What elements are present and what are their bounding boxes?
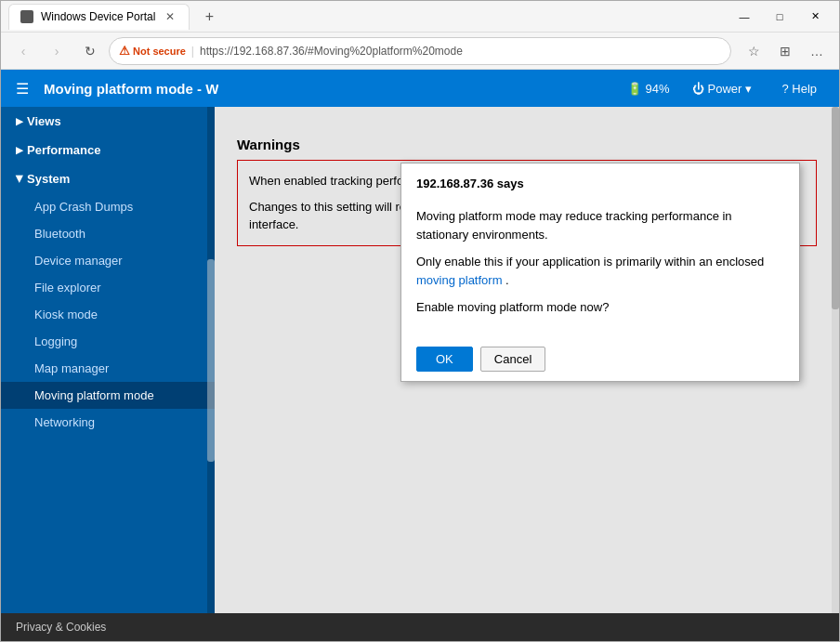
forward-button[interactable]: › xyxy=(42,36,72,66)
sidebar-section-system: ▶ System App Crash Dumps Bluetooth Devic… xyxy=(1,164,215,436)
not-secure-indicator: ⚠ Not secure xyxy=(119,44,186,58)
modal-link[interactable]: moving platform xyxy=(416,273,502,287)
nav-bar: ‹ › ↻ ⚠ Not secure | https://192.168.87.… xyxy=(1,33,839,70)
views-arrow-icon: ▶ xyxy=(16,116,23,126)
sidebar-item-app-crash-dumps[interactable]: App Crash Dumps xyxy=(1,193,215,220)
sidebar-scrollbar-track[interactable] xyxy=(207,107,215,613)
sidebar-scrollbar-thumb[interactable] xyxy=(207,259,215,462)
modal-question: Enable moving platform mode now? xyxy=(416,298,784,317)
battery-indicator: 🔋 94% xyxy=(627,82,670,96)
menu-button[interactable]: … xyxy=(802,36,832,66)
tab-title: Windows Device Portal xyxy=(41,10,155,23)
close-button[interactable]: ✕ xyxy=(798,1,832,33)
battery-level: 94% xyxy=(646,82,670,96)
browser-tab[interactable]: Windows Device Portal ✕ xyxy=(8,4,190,30)
power-dropdown-icon: ▾ xyxy=(745,82,752,96)
help-button[interactable]: ? Help xyxy=(774,78,824,99)
privacy-bar: Privacy & Cookies xyxy=(1,613,839,641)
tab-close-button[interactable]: ✕ xyxy=(163,9,177,24)
sidebar: ▶ Views ▶ Performance ▶ System App Cras xyxy=(1,107,215,613)
address-separator: | xyxy=(191,45,194,58)
page-title: Moving platform mode - W xyxy=(44,81,218,97)
modal-line-2: Only enable this if your application is … xyxy=(416,253,784,289)
collections-button[interactable]: ⊞ xyxy=(770,36,800,66)
app-content: ▶ Views ▶ Performance ▶ System App Cras xyxy=(1,107,839,613)
modal-line-1: Moving platform mode may reduce tracking… xyxy=(416,207,784,243)
sidebar-section-performance: ▶ Performance xyxy=(1,136,215,164)
modal-line2-part1: Only enable this if your application is … xyxy=(416,255,764,269)
nav-actions: ☆ ⊞ … xyxy=(739,36,832,66)
power-label: Power xyxy=(708,82,742,96)
modal-body: Moving platform mode may reduce tracking… xyxy=(401,207,799,337)
app-header: ☰ Moving platform mode - W 🔋 94% ⏻ Power… xyxy=(1,70,839,107)
sidebar-item-file-explorer[interactable]: File explorer xyxy=(1,274,215,301)
minimize-button[interactable]: — xyxy=(728,1,761,33)
sidebar-item-moving-platform-mode[interactable]: Moving platform mode xyxy=(1,382,215,409)
window-controls: — □ ✕ xyxy=(728,1,832,33)
main-content: Warnings When enabled tracking performan… xyxy=(215,107,839,613)
new-tab-button[interactable]: + xyxy=(197,5,221,29)
sidebar-section-views: ▶ Views xyxy=(1,107,215,136)
sidebar-item-kiosk-mode[interactable]: Kiosk mode xyxy=(1,301,215,328)
address-bar[interactable]: ⚠ Not secure | https://192.168.87.36/#Mo… xyxy=(109,37,731,65)
sidebar-item-map-manager[interactable]: Map manager xyxy=(1,355,215,382)
modal-title: 192.168.87.36 says xyxy=(416,177,784,190)
sidebar-item-networking[interactable]: Networking xyxy=(1,409,215,436)
modal-overlay: 192.168.87.36 says Moving platform mode … xyxy=(215,107,839,613)
sidebar-item-logging[interactable]: Logging xyxy=(1,328,215,355)
refresh-button[interactable]: ↻ xyxy=(75,36,105,66)
sidebar-category-system[interactable]: ▶ System xyxy=(1,164,215,193)
back-button[interactable]: ‹ xyxy=(8,36,38,66)
sidebar-category-views[interactable]: ▶ Views xyxy=(1,107,215,136)
header-right: 🔋 94% ⏻ Power ▾ ? Help xyxy=(627,78,824,99)
sidebar-item-device-manager[interactable]: Device manager xyxy=(1,247,215,274)
sidebar-category-performance-label: Performance xyxy=(27,143,100,157)
modal-footer: OK Cancel xyxy=(401,337,799,381)
browser-window: Windows Device Portal ✕ + — □ ✕ ‹ › ↻ ⚠ … xyxy=(0,0,840,642)
url-display: https://192.168.87.36/#Moving%20platform… xyxy=(200,45,463,58)
privacy-cookies-label[interactable]: Privacy & Cookies xyxy=(16,621,106,634)
power-button[interactable]: ⏻ Power ▾ xyxy=(685,78,760,99)
sidebar-category-system-label: System xyxy=(27,172,70,186)
battery-icon: 🔋 xyxy=(627,82,642,96)
system-arrow-icon: ▶ xyxy=(15,176,25,183)
modal-dialog: 192.168.87.36 says Moving platform mode … xyxy=(400,163,800,382)
power-icon: ⏻ xyxy=(692,82,704,96)
performance-arrow-icon: ▶ xyxy=(16,145,23,155)
sidebar-category-performance[interactable]: ▶ Performance xyxy=(1,136,215,164)
favorites-button[interactable]: ☆ xyxy=(739,36,768,66)
cancel-button[interactable]: Cancel xyxy=(480,347,545,372)
modal-line2-part2: . xyxy=(505,273,509,287)
tab-favicon xyxy=(20,10,33,23)
sidebar-category-views-label: Views xyxy=(27,114,61,128)
sidebar-item-bluetooth[interactable]: Bluetooth xyxy=(1,220,215,247)
ok-button[interactable]: OK xyxy=(416,347,473,372)
maximize-button[interactable]: □ xyxy=(763,1,796,33)
title-bar: Windows Device Portal ✕ + — □ ✕ xyxy=(1,1,839,33)
hamburger-icon[interactable]: ☰ xyxy=(16,80,29,98)
app-layout: ☰ Moving platform mode - W 🔋 94% ⏻ Power… xyxy=(1,70,839,641)
modal-header: 192.168.87.36 says xyxy=(401,164,799,207)
